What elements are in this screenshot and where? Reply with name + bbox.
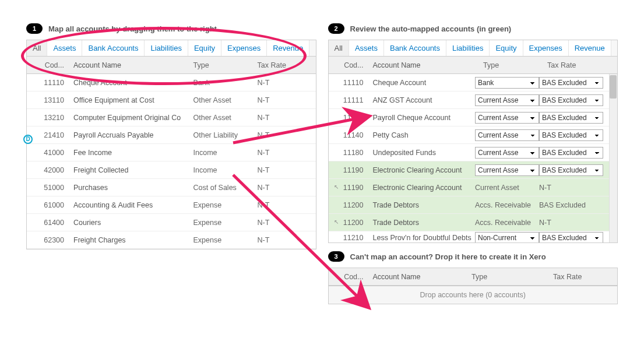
step2-badge: 2 (328, 23, 344, 34)
cell-code: 42000 (38, 166, 73, 174)
tab2-all[interactable]: All (329, 40, 349, 56)
cell-name: Trade Debtors (373, 201, 476, 209)
type-select[interactable]: Non-Current (475, 232, 539, 244)
table-row[interactable]: 11210Less Prov'n for Doubtful DebtsNon-C… (329, 231, 610, 243)
table-row[interactable]: 61000Accounting & Audit FeesExpenseN-T (27, 196, 316, 214)
tab2-equity[interactable]: Equity (490, 40, 523, 56)
table-row[interactable]: 13110Office Equipment at CostOther Asset… (27, 92, 316, 109)
cell-tax: N-T (258, 236, 310, 244)
cell-tax: N-T (258, 184, 310, 192)
table-row[interactable]: D21410Payroll Accruals PayableOther Liab… (27, 126, 316, 144)
tab-assets[interactable]: Assets (47, 40, 82, 56)
cell-code: 61000 (38, 201, 73, 209)
step3-badge: 3 (328, 251, 344, 262)
tax-select[interactable]: BAS Excluded (539, 94, 603, 106)
tax-select[interactable]: BAS Excluded (539, 232, 603, 244)
step1-badge: 1 (26, 23, 43, 34)
tab-revenue[interactable]: Revenue (267, 40, 309, 56)
tab2-bank-accounts[interactable]: Bank Accounts (384, 40, 446, 56)
tax-select[interactable]: BAS Excluded (539, 112, 603, 124)
cell-tax: N-T (258, 114, 310, 122)
cell-name: Purchases (73, 184, 193, 192)
tab-expenses[interactable]: Expenses (221, 40, 267, 56)
type-select[interactable]: Current Asse (475, 129, 539, 141)
cell-type: Accs. Receivable (475, 219, 531, 227)
type-select[interactable]: Current Asse (475, 112, 539, 124)
cell-tax: N-T (539, 219, 551, 227)
table-row[interactable]: 11200Trade DebtorsAccs. ReceivableBAS Ex… (329, 196, 610, 214)
cell-tax: N-T (258, 219, 310, 227)
tab2-revenue[interactable]: Revenue (569, 40, 611, 56)
tab-liabilities[interactable]: Liabilities (145, 40, 188, 56)
scrollbar-track[interactable] (609, 74, 617, 242)
cell-code: 11210 (340, 234, 373, 242)
cell-type: Income (193, 166, 258, 174)
col3-tax: Tax Rate (553, 273, 611, 281)
col2-type: Type (483, 61, 547, 69)
table-row[interactable]: 11120Payroll Cheque AccountCurrent AsseB… (329, 109, 610, 126)
step2-scroll[interactable]: 11110Cheque AccountBankBAS Excluded11111… (328, 74, 618, 243)
cell-name: Fee Income (73, 149, 193, 157)
cell-code: 13110 (38, 96, 73, 104)
table-row[interactable]: 61400CouriersExpenseN-T (27, 214, 316, 231)
cell-type: Expense (193, 201, 258, 209)
step3-thead: Cod... Account Name Type Tax Rate (329, 268, 618, 286)
tab-all[interactable]: All (27, 40, 47, 56)
table-row[interactable]: 41000Fee IncomeIncomeN-T (27, 144, 316, 161)
tax-select[interactable]: BAS Excluded (539, 147, 603, 159)
table-row[interactable]: 13210Computer Equipment Original CoOther… (27, 109, 316, 126)
table-row[interactable]: ↖11200Trade DebtorsAccs. ReceivableN-T (329, 214, 610, 231)
tab2-liabilities[interactable]: Liabilities (446, 40, 490, 56)
table-row[interactable]: 11190Electronic Clearing AccountCurrent … (329, 161, 610, 179)
cell-code: 11120 (340, 114, 373, 122)
cell-code: 11110 (340, 79, 373, 87)
cell-type: Income (193, 149, 258, 157)
type-select[interactable]: Current Asse (475, 94, 539, 106)
table-row[interactable]: 42000Freight CollectedIncomeN-T (27, 161, 316, 179)
scrollbar-thumb[interactable] (610, 75, 617, 99)
cell-name: Less Prov'n for Doubtful Debts (373, 234, 476, 242)
cell-type: Expense (193, 236, 258, 244)
table-row[interactable]: 11140Petty CashCurrent AsseBAS Excluded (329, 126, 610, 144)
cell-name: Cheque Account (73, 79, 193, 87)
nw-arrow-icon: ↖ (334, 219, 339, 225)
step2-title: Review the auto-mapped accounts (in gree… (350, 24, 512, 33)
col3-name: Account Name (373, 273, 472, 281)
tab-bank-accounts[interactable]: Bank Accounts (82, 40, 145, 56)
col2-code: Cod... (340, 61, 373, 69)
cell-code: 11110 (38, 79, 73, 87)
tab-equity[interactable]: Equity (188, 40, 221, 56)
cell-type: Expense (193, 219, 258, 227)
col-name: Account Name (73, 61, 193, 69)
col2-name: Account Name (373, 61, 484, 69)
step1-thead: Cod... Account Name Type Tax Rate (27, 57, 316, 74)
tax-select[interactable]: BAS Excluded (539, 129, 603, 141)
tax-select[interactable]: BAS Excluded (539, 77, 603, 89)
type-select[interactable]: Current Asse (475, 164, 539, 176)
step2-tabs: All Assets Bank Accounts Liabilities Equ… (328, 40, 618, 56)
cell-name: Payroll Accruals Payable (73, 131, 193, 139)
cell-tax: N-T (258, 149, 310, 157)
tab2-expenses[interactable]: Expenses (523, 40, 569, 56)
step2-thead: Cod... Account Name Type Tax Rate (329, 57, 618, 74)
cell-type: Accs. Receivable (475, 201, 531, 209)
table-row[interactable]: 51000PurchasesCost of SalesN-T (27, 179, 316, 196)
table-row[interactable]: 62300Freight ChargesExpenseN-T (27, 231, 316, 249)
cell-code: 11190 (340, 166, 373, 174)
cell-type: Current Asset (475, 184, 519, 192)
table-row[interactable]: 11110Cheque AccountBankN-T (27, 74, 316, 92)
table-row[interactable]: 11111ANZ GST AccountCurrent AsseBAS Excl… (329, 92, 610, 109)
table-row[interactable]: ↖11190Electronic Clearing AccountCurrent… (329, 179, 610, 196)
tab2-assets[interactable]: Assets (349, 40, 384, 56)
table-row[interactable]: 11110Cheque AccountBankBAS Excluded (329, 74, 610, 92)
type-select[interactable]: Bank (475, 77, 539, 89)
col-tax: Tax Rate (258, 61, 310, 69)
cell-tax: N-T (258, 131, 310, 139)
table-row[interactable]: 11180Undeposited FundsCurrent AsseBAS Ex… (329, 144, 610, 161)
drop-zone[interactable]: Drop accounts here (0 accounts) (328, 286, 618, 304)
cell-code: 11180 (340, 149, 373, 157)
type-select[interactable]: Current Asse (475, 147, 539, 159)
tax-select[interactable]: BAS Excluded (539, 164, 603, 176)
cell-type: Bank (193, 79, 258, 87)
cell-name: Couriers (73, 219, 193, 227)
